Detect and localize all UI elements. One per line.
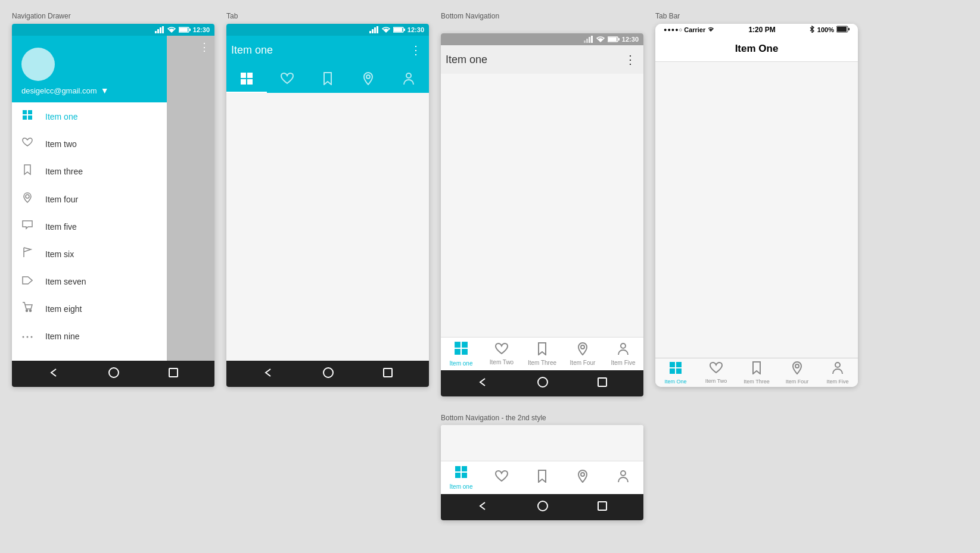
nav-drawer-label: Navigation Drawer	[12, 12, 71, 20]
carrier-text: Carrier	[684, 26, 705, 33]
more-icon	[21, 330, 33, 342]
tab-bar	[226, 64, 429, 93]
home-nav-icon[interactable]	[108, 367, 120, 382]
ios-tab-two[interactable]: Item Two	[696, 360, 736, 386]
drawer-item-seven[interactable]: Item seven	[12, 268, 167, 295]
svg-rect-22	[377, 26, 378, 33]
drawer-item-nine[interactable]: Item nine	[12, 323, 167, 349]
drawer-item-eight[interactable]: Item eight	[12, 295, 167, 323]
recents-nav-icon[interactable]	[597, 377, 608, 390]
svg-rect-49	[455, 466, 461, 471]
svg-point-15	[27, 336, 29, 338]
svg-rect-50	[462, 466, 467, 471]
bottom-nav-phone-1: 12:30 Item one ⋮ Item one Item Two	[441, 33, 643, 396]
svg-point-30	[366, 75, 370, 79]
tab-bookmark[interactable]	[307, 65, 348, 93]
tab-section: Tab 12:30 Item one ⋮	[226, 12, 429, 541]
bottom-nav-bar-2: Item one	[441, 461, 643, 494]
status-bar: 12:30	[12, 24, 214, 36]
wifi-icon	[707, 26, 715, 33]
svg-rect-37	[591, 36, 593, 43]
svg-rect-35	[586, 39, 588, 43]
drawer-item-three[interactable]: Item three	[12, 157, 167, 185]
svg-rect-18	[169, 368, 178, 377]
more-vert-icon[interactable]: ⋮	[622, 50, 639, 69]
home-nav-icon[interactable]	[537, 500, 549, 515]
tab-status-bar: 12:30	[226, 24, 429, 36]
home-nav-icon[interactable]	[322, 367, 334, 382]
tab-location[interactable]	[348, 65, 388, 93]
tab-grid[interactable]	[226, 65, 267, 93]
more-vert-icon[interactable]: ⋮	[407, 40, 424, 60]
bnav2-item-one[interactable]: Item one	[441, 461, 481, 494]
tab-status-time: 12:30	[407, 26, 424, 33]
bottom-nav-section: Bottom Navigation 12:30 Item one ⋮ Item …	[441, 12, 643, 541]
bnav-item-three-label: Item Three	[528, 360, 556, 366]
signal-icon	[155, 26, 164, 33]
cart-icon	[21, 302, 33, 315]
bnav2-content	[441, 425, 643, 461]
svg-point-11	[26, 195, 29, 198]
bnav-item-two[interactable]: Item Two	[481, 338, 522, 370]
svg-rect-27	[247, 73, 253, 78]
svg-rect-59	[848, 28, 850, 30]
recents-nav-icon[interactable]	[168, 367, 179, 381]
bnav-item-three[interactable]: Item Three	[522, 338, 562, 370]
tab-person[interactable]	[388, 65, 429, 93]
drawer-overlay[interactable]: ⋮	[167, 36, 214, 361]
battery-icon	[393, 26, 405, 33]
home-nav-icon[interactable]	[537, 376, 549, 391]
ios-tab-four[interactable]: Item Four	[777, 359, 817, 387]
back-nav-icon[interactable]	[48, 367, 60, 382]
bluetooth-icon	[809, 26, 815, 34]
svg-rect-26	[241, 73, 246, 78]
ios-tab-bar: Item One Item Two Item Three Item Four	[655, 358, 858, 387]
wifi-icon	[167, 26, 176, 33]
bottom-nav-2nd-label: Bottom Navigation - the 2nd style	[441, 414, 546, 422]
grid-icon	[454, 341, 468, 359]
back-nav-icon[interactable]	[262, 367, 274, 382]
back-nav-icon[interactable]	[477, 376, 489, 391]
recents-nav-icon[interactable]	[382, 367, 393, 381]
more-vert-icon[interactable]: ⋮	[199, 40, 210, 54]
ios-tab-three[interactable]: Item Three	[736, 359, 777, 387]
bnav2-item-four[interactable]	[562, 461, 603, 494]
bnav2-android-nav	[441, 494, 643, 520]
email-text: desigelcc@gmail.com	[21, 86, 97, 95]
battery-icon	[836, 26, 850, 34]
grid-icon	[455, 465, 468, 482]
drawer-item-one[interactable]: Item one	[12, 102, 167, 130]
bnav2-item-three[interactable]	[522, 461, 562, 494]
battery-icon	[179, 26, 191, 33]
svg-rect-40	[618, 38, 620, 40]
signal-dots: ●●●●○	[664, 27, 683, 33]
svg-rect-19	[369, 31, 371, 33]
tab-android-nav	[226, 361, 429, 387]
tab-app-bar: Item one ⋮	[226, 36, 429, 64]
ios-tab-three-label: Item Three	[743, 379, 769, 385]
recents-nav-icon[interactable]	[597, 501, 608, 514]
drawer-item-five[interactable]: Item five	[12, 213, 167, 240]
tab-heart[interactable]	[267, 65, 307, 93]
bnav-item-one[interactable]: Item one	[441, 338, 481, 370]
svg-point-31	[406, 73, 411, 78]
svg-point-45	[581, 345, 584, 349]
bnav2-item-two[interactable]	[481, 461, 522, 494]
ios-tab-five[interactable]: Item Five	[817, 359, 858, 387]
bnav-item-one-label: Item one	[450, 360, 473, 367]
bnav-item-five[interactable]: Item Five	[603, 338, 643, 370]
drawer-item-four[interactable]: Item four	[12, 185, 167, 213]
tab-content	[226, 93, 429, 361]
svg-rect-61	[676, 362, 682, 367]
back-nav-icon[interactable]	[477, 500, 489, 515]
svg-rect-52	[462, 473, 467, 478]
ios-tab-one[interactable]: Item One	[655, 359, 696, 387]
drawer-item-two[interactable]: Item two	[12, 130, 167, 157]
bnav2-item-five[interactable]	[603, 461, 643, 494]
chevron-down-icon[interactable]: ▼	[101, 86, 109, 95]
svg-rect-43	[455, 349, 461, 355]
bnav-item-four[interactable]: Item Four	[562, 338, 603, 370]
bnav-status-time: 12:30	[622, 36, 639, 43]
svg-point-53	[581, 473, 584, 476]
drawer-item-six[interactable]: Item six	[12, 240, 167, 268]
